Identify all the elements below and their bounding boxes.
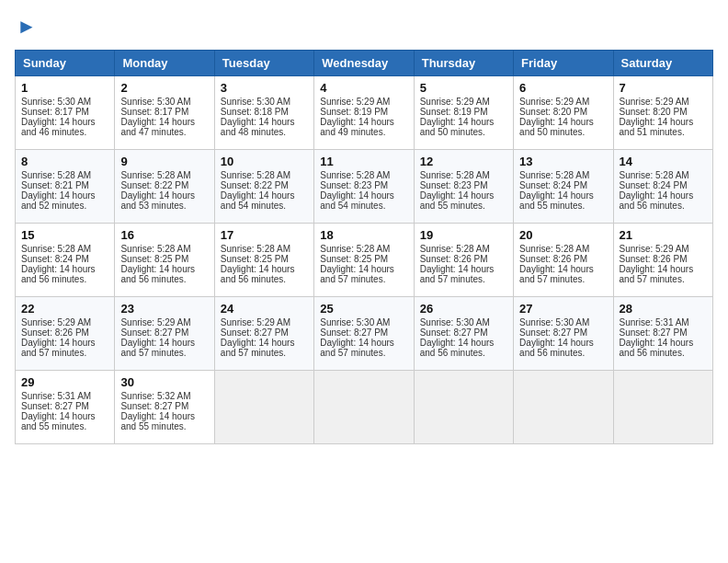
sunset: Sunset: 8:19 PM	[320, 107, 388, 117]
sunrise: Sunrise: 5:28 AM	[420, 170, 490, 180]
calendar-day-8: 8 Sunrise: 5:28 AM Sunset: 8:21 PM Dayli…	[16, 150, 115, 224]
daylight: Daylight: 14 hours and 57 minutes.	[620, 264, 694, 284]
calendar-day-28: 28 Sunrise: 5:31 AM Sunset: 8:27 PM Dayl…	[613, 297, 712, 371]
sunset: Sunset: 8:27 PM	[120, 327, 188, 338]
calendar-day-23: 23 Sunrise: 5:29 AM Sunset: 8:27 PM Dayl…	[115, 297, 214, 371]
day-number: 6	[519, 81, 607, 95]
daylight: Daylight: 14 hours and 55 minutes.	[519, 190, 594, 211]
sunrise: Sunrise: 5:28 AM	[320, 170, 390, 180]
calendar-day-11: 11 Sunrise: 5:28 AM Sunset: 8:23 PM Dayl…	[314, 150, 414, 224]
calendar-day-22: 22 Sunrise: 5:29 AM Sunset: 8:26 PM Dayl…	[16, 297, 115, 371]
calendar-week-5: 29 Sunrise: 5:31 AM Sunset: 8:27 PM Dayl…	[16, 371, 713, 444]
sunrise: Sunrise: 5:29 AM	[21, 317, 91, 327]
calendar-day-12: 12 Sunrise: 5:28 AM Sunset: 8:23 PM Dayl…	[414, 150, 513, 224]
calendar-week-3: 15 Sunrise: 5:28 AM Sunset: 8:24 PM Dayl…	[16, 224, 713, 297]
sunset: Sunset: 8:27 PM	[620, 327, 688, 338]
day-number: 19	[420, 228, 507, 242]
logo-bird-icon: ►	[17, 15, 37, 39]
calendar-day-4: 4 Sunrise: 5:29 AM Sunset: 8:19 PM Dayli…	[314, 76, 414, 150]
sunrise: Sunrise: 5:28 AM	[320, 244, 390, 254]
day-number: 22	[21, 302, 108, 316]
sunset: Sunset: 8:23 PM	[320, 180, 388, 190]
sunrise: Sunrise: 5:28 AM	[221, 244, 290, 254]
calendar-day-16: 16 Sunrise: 5:28 AM Sunset: 8:25 PM Dayl…	[115, 224, 214, 297]
calendar-day-9: 9 Sunrise: 5:28 AM Sunset: 8:22 PM Dayli…	[115, 150, 214, 224]
calendar-week-2: 8 Sunrise: 5:28 AM Sunset: 8:21 PM Dayli…	[16, 150, 713, 224]
sunset: Sunset: 8:27 PM	[420, 327, 488, 338]
daylight: Daylight: 14 hours and 52 minutes.	[21, 190, 96, 211]
calendar-day-7: 7 Sunrise: 5:29 AM Sunset: 8:20 PM Dayli…	[613, 76, 712, 150]
sunrise: Sunrise: 5:28 AM	[21, 170, 91, 180]
calendar-day-24: 24 Sunrise: 5:29 AM Sunset: 8:27 PM Dayl…	[214, 297, 313, 371]
daylight: Daylight: 14 hours and 57 minutes.	[420, 264, 495, 284]
daylight: Daylight: 14 hours and 54 minutes.	[221, 190, 295, 211]
daylight: Daylight: 14 hours and 50 minutes.	[420, 117, 495, 137]
sunrise: Sunrise: 5:29 AM	[420, 97, 490, 107]
sunset: Sunset: 8:19 PM	[420, 107, 488, 117]
calendar-day-19: 19 Sunrise: 5:28 AM Sunset: 8:26 PM Dayl…	[414, 224, 513, 297]
sunrise: Sunrise: 5:28 AM	[519, 244, 589, 254]
calendar-day-20: 20 Sunrise: 5:28 AM Sunset: 8:26 PM Dayl…	[514, 224, 613, 297]
sunset: Sunset: 8:25 PM	[221, 254, 289, 264]
day-number: 15	[21, 228, 108, 242]
col-saturday: Saturday	[613, 51, 712, 76]
day-number: 28	[620, 302, 707, 316]
day-number: 7	[620, 81, 707, 95]
sunset: Sunset: 8:22 PM	[221, 180, 289, 190]
sunset: Sunset: 8:24 PM	[519, 180, 587, 190]
sunset: Sunset: 8:23 PM	[420, 180, 488, 190]
sunset: Sunset: 8:24 PM	[620, 180, 688, 190]
sunrise: Sunrise: 5:29 AM	[221, 317, 290, 327]
sunrise: Sunrise: 5:30 AM	[221, 97, 290, 107]
sunrise: Sunrise: 5:28 AM	[120, 170, 190, 180]
daylight: Daylight: 14 hours and 56 minutes.	[420, 338, 495, 358]
daylight: Daylight: 14 hours and 57 minutes.	[320, 338, 394, 358]
daylight: Daylight: 14 hours and 57 minutes.	[320, 264, 394, 284]
daylight: Daylight: 14 hours and 54 minutes.	[320, 190, 394, 211]
day-number: 13	[519, 155, 607, 168]
calendar-day-25: 25 Sunrise: 5:30 AM Sunset: 8:27 PM Dayl…	[314, 297, 414, 371]
logo: ►	[15, 15, 37, 39]
sunset: Sunset: 8:27 PM	[21, 401, 89, 411]
sunset: Sunset: 8:17 PM	[120, 107, 188, 117]
sunset: Sunset: 8:25 PM	[120, 254, 188, 264]
calendar-header-row: Sunday Monday Tuesday Wednesday Thursday…	[16, 51, 713, 76]
sunset: Sunset: 8:17 PM	[21, 107, 89, 117]
sunset: Sunset: 8:26 PM	[519, 254, 587, 264]
daylight: Daylight: 14 hours and 55 minutes.	[21, 411, 96, 431]
daylight: Daylight: 14 hours and 55 minutes.	[120, 411, 195, 431]
calendar-day-5: 5 Sunrise: 5:29 AM Sunset: 8:19 PM Dayli…	[414, 76, 513, 150]
sunrise: Sunrise: 5:30 AM	[420, 317, 490, 327]
sunrise: Sunrise: 5:31 AM	[620, 317, 689, 327]
col-wednesday: Wednesday	[314, 51, 414, 76]
sunset: Sunset: 8:27 PM	[519, 327, 587, 338]
calendar-day-15: 15 Sunrise: 5:28 AM Sunset: 8:24 PM Dayl…	[16, 224, 115, 297]
calendar-day-26: 26 Sunrise: 5:30 AM Sunset: 8:27 PM Dayl…	[414, 297, 513, 371]
sunset: Sunset: 8:18 PM	[221, 107, 289, 117]
sunset: Sunset: 8:26 PM	[620, 254, 688, 264]
sunrise: Sunrise: 5:30 AM	[320, 317, 390, 327]
daylight: Daylight: 14 hours and 56 minutes.	[620, 338, 694, 358]
daylight: Daylight: 14 hours and 50 minutes.	[519, 117, 594, 137]
calendar-week-1: 1 Sunrise: 5:30 AM Sunset: 8:17 PM Dayli…	[16, 76, 713, 150]
calendar-day-30: 30 Sunrise: 5:32 AM Sunset: 8:27 PM Dayl…	[115, 371, 214, 444]
day-number: 4	[320, 81, 407, 95]
sunset: Sunset: 8:27 PM	[120, 401, 188, 411]
sunrise: Sunrise: 5:32 AM	[120, 391, 190, 401]
daylight: Daylight: 14 hours and 55 minutes.	[420, 190, 495, 211]
calendar-day-3: 3 Sunrise: 5:30 AM Sunset: 8:18 PM Dayli…	[214, 76, 313, 150]
calendar-day-13: 13 Sunrise: 5:28 AM Sunset: 8:24 PM Dayl…	[514, 150, 613, 224]
day-number: 5	[420, 81, 507, 95]
day-number: 11	[320, 155, 407, 168]
sunrise: Sunrise: 5:29 AM	[620, 244, 689, 254]
day-number: 10	[221, 155, 308, 168]
calendar-day-18: 18 Sunrise: 5:28 AM Sunset: 8:25 PM Dayl…	[314, 224, 414, 297]
page-header: ►	[15, 15, 713, 39]
sunset: Sunset: 8:21 PM	[21, 180, 89, 190]
day-number: 14	[620, 155, 707, 168]
calendar-empty	[414, 371, 513, 444]
day-number: 25	[320, 302, 407, 316]
sunset: Sunset: 8:26 PM	[21, 327, 89, 338]
sunrise: Sunrise: 5:30 AM	[120, 97, 190, 107]
day-number: 26	[420, 302, 507, 316]
